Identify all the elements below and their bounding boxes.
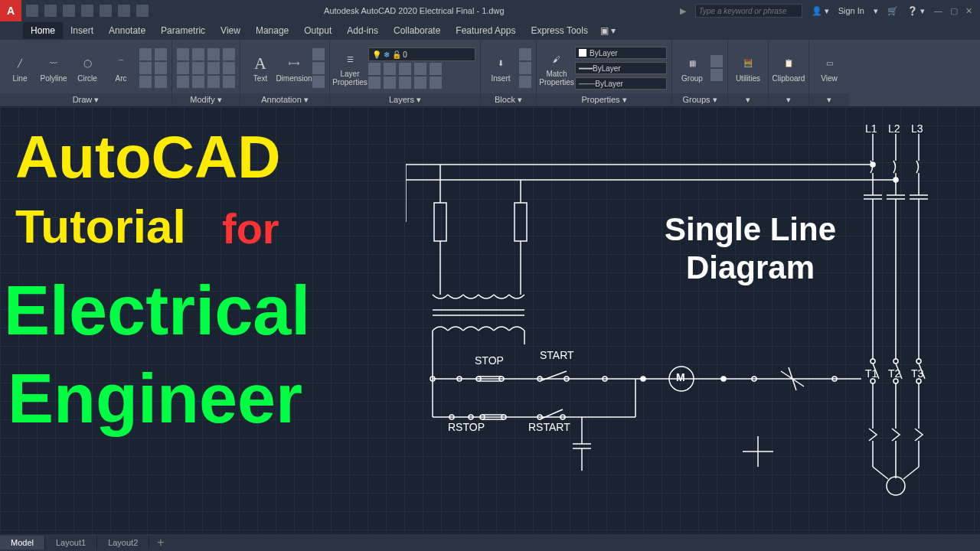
match-properties-button[interactable]: 🖌Match Properties (541, 46, 572, 90)
search-input[interactable] (695, 4, 802, 18)
layer-properties-button[interactable]: ☰Layer Properties (335, 46, 365, 90)
copy-icon[interactable] (177, 62, 189, 74)
layer-icon[interactable] (430, 63, 442, 75)
tab-layout2[interactable]: Layout2 (97, 536, 149, 549)
group-button[interactable]: ▦Group (677, 46, 707, 90)
maximize-icon[interactable]: ▢ (950, 6, 958, 16)
tab-manage[interactable]: Manage (248, 22, 296, 39)
layer-dropdown[interactable]: 💡 ❄ 🔓 0 (368, 47, 475, 61)
tab-add-layout[interactable]: + (149, 533, 172, 551)
tab-home[interactable]: Home (23, 22, 63, 39)
fillet-icon[interactable] (207, 62, 220, 74)
undo-icon[interactable] (118, 5, 130, 17)
panel-title-block[interactable]: Block ▾ (481, 93, 536, 106)
cart-icon[interactable]: 🛒 (887, 6, 898, 16)
polyline-tool[interactable]: 〰Polyline (38, 46, 69, 90)
group-edit-icon[interactable] (710, 69, 723, 81)
panel-title-layers[interactable]: Layers ▾ (330, 93, 480, 106)
layer-icon[interactable] (399, 77, 411, 89)
layer-icon[interactable] (368, 77, 381, 89)
stretch-icon[interactable] (177, 76, 189, 88)
layer-icon[interactable] (368, 63, 381, 75)
tab-view[interactable]: View (213, 22, 248, 39)
insert-block-button[interactable]: ⬇Insert (485, 46, 516, 90)
draw-extra-icon[interactable] (139, 62, 152, 74)
arc-tool[interactable]: ⌒Arc (106, 46, 136, 90)
panel-block: ⬇Insert Block ▾ (481, 40, 537, 106)
leader-icon[interactable] (312, 48, 325, 60)
line-tool[interactable]: ╱Line (5, 46, 35, 90)
panel-title-groups[interactable]: Groups ▾ (672, 93, 727, 106)
tab-annotate[interactable]: Annotate (101, 22, 153, 39)
save-icon[interactable] (63, 5, 75, 17)
draw-extra-icon[interactable] (139, 76, 152, 88)
panel-title-modify[interactable]: Modify ▾ (172, 93, 240, 106)
color-dropdown[interactable]: ByLayer (575, 47, 667, 59)
drawing-canvas[interactable]: AutoCAD Tutorial for Electrical Engineer… (0, 107, 980, 534)
trim-icon[interactable] (207, 48, 220, 60)
panel-title-draw[interactable]: Draw ▾ (0, 93, 172, 106)
dimension-tool[interactable]: ⟼Dimension (279, 46, 309, 90)
polyline-icon: 〰 (44, 54, 63, 73)
close-icon[interactable]: ✕ (965, 6, 972, 16)
layer-icon[interactable] (414, 63, 426, 75)
panel-title-properties[interactable]: Properties ▾ (537, 93, 671, 106)
overlay-autocad: AutoCAD (15, 122, 281, 192)
draw-extra-icon[interactable] (155, 48, 167, 60)
exchange-icon[interactable]: ▾ (874, 6, 878, 16)
tab-featured[interactable]: Featured Apps (448, 22, 523, 39)
offset-icon[interactable] (223, 76, 235, 88)
clipboard-button[interactable]: 📋Clipboard (773, 46, 804, 90)
redo-icon[interactable] (136, 5, 149, 17)
view-button[interactable]: ▭View (814, 46, 844, 90)
scale-icon[interactable] (192, 76, 204, 88)
linetype-dropdown[interactable]: ─── ByLayer (575, 77, 667, 90)
anno-extra-icon[interactable] (312, 76, 325, 88)
layer-icon[interactable] (399, 63, 411, 75)
tab-output[interactable]: Output (296, 22, 339, 39)
layer-icon[interactable] (384, 63, 396, 75)
open-icon[interactable] (44, 5, 57, 17)
tab-collaborate[interactable]: Collaborate (386, 22, 448, 39)
layer-icon[interactable] (430, 77, 442, 89)
tab-model[interactable]: Model (0, 536, 45, 549)
erase-icon[interactable] (223, 48, 235, 60)
attrib-icon[interactable] (519, 76, 531, 88)
tab-express[interactable]: Express Tools (523, 22, 595, 39)
new-icon[interactable] (26, 5, 38, 17)
saveas-icon[interactable] (81, 5, 93, 17)
tab-insert[interactable]: Insert (63, 22, 101, 39)
explode-icon[interactable] (223, 62, 235, 74)
layer-icon[interactable] (384, 77, 396, 89)
ungroup-icon[interactable] (710, 55, 723, 67)
sign-in-label[interactable]: Sign In (838, 6, 864, 15)
mirror-icon[interactable] (192, 62, 204, 74)
text-tool[interactable]: AText (245, 46, 276, 90)
circle-tool[interactable]: ◯Circle (72, 46, 103, 90)
edit-block-icon[interactable] (519, 62, 531, 74)
panel-modify: Modify ▾ (172, 40, 240, 106)
panel-title-annotation[interactable]: Annotation ▾ (240, 93, 329, 106)
draw-extra-icon[interactable] (155, 76, 167, 88)
draw-extra-icon[interactable] (139, 48, 152, 60)
plot-icon[interactable] (100, 5, 112, 17)
array-icon[interactable] (207, 76, 220, 88)
utilities-button[interactable]: 🧮Utilities (733, 46, 763, 90)
svg-point-62 (721, 377, 726, 381)
sign-in-icon[interactable]: 👤 ▾ (812, 6, 829, 16)
move-icon[interactable] (177, 48, 189, 60)
layer-icon[interactable] (414, 77, 426, 89)
lineweight-dropdown[interactable]: ━━━ ByLayer (575, 62, 667, 74)
table-icon[interactable] (312, 62, 325, 74)
tab-overflow-icon[interactable]: ▣ ▾ (596, 22, 620, 39)
svg-line-32 (903, 467, 919, 479)
app-logo[interactable]: A (0, 0, 21, 21)
minimize-icon[interactable]: — (934, 6, 942, 16)
draw-extra-icon[interactable] (155, 62, 167, 74)
help-icon[interactable]: ❔ ▾ (907, 6, 925, 16)
tab-parametric[interactable]: Parametric (153, 22, 213, 39)
create-block-icon[interactable] (519, 48, 531, 60)
tab-addins[interactable]: Add-ins (339, 22, 386, 39)
tab-layout1[interactable]: Layout1 (45, 536, 97, 549)
rotate-icon[interactable] (192, 48, 204, 60)
